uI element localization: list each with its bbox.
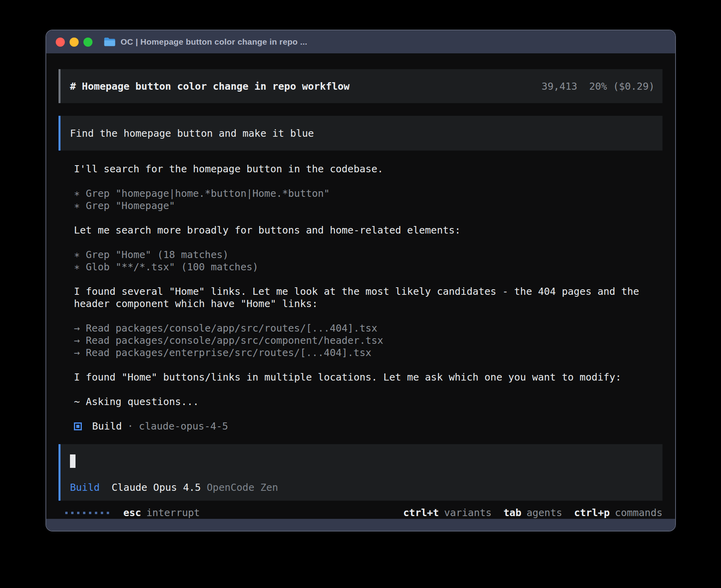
- window-title: OC | Homepage button color change in rep…: [121, 37, 307, 47]
- context-usage: 20% ($0.29): [589, 80, 655, 92]
- bottom-bar: [46, 519, 675, 531]
- shortcut-label: agents: [527, 507, 562, 519]
- read-call-line: → Read packages/console/app/src/routes/[…: [74, 322, 662, 334]
- read-call-text: Read packages/console/app/src/routes/[..…: [86, 322, 377, 334]
- user-message-text: Find the homepage button and make it blu…: [70, 127, 314, 139]
- tool-call-line: ∗ Glob "**/*.tsx" (100 matches): [74, 261, 662, 273]
- agent-name: Build: [92, 420, 122, 432]
- tool-call-text: Glob "**/*.tsx" (100 matches): [86, 261, 259, 273]
- text-cursor: [70, 454, 75, 468]
- input-model-label[interactable]: Claude Opus 4.5: [111, 481, 201, 494]
- token-count: 39,413: [542, 80, 577, 92]
- shortcut-label: commands: [615, 507, 662, 519]
- read-call-line: → Read packages/console/app/src/componen…: [74, 334, 662, 347]
- zoom-button[interactable]: [83, 38, 92, 47]
- folder-icon: [104, 37, 116, 47]
- input-agent-label[interactable]: Build: [70, 481, 100, 494]
- assistant-text: I found "Home" buttons/links in multiple…: [74, 371, 662, 383]
- close-button[interactable]: [56, 38, 65, 47]
- tool-call-text: Grep "homepage|home.*button|Home.*button…: [86, 187, 330, 200]
- arrow-icon: →: [74, 322, 80, 334]
- tool-call-group: ∗ Grep "homepage|home.*button|Home.*butt…: [74, 187, 662, 212]
- read-call-group: → Read packages/console/app/src/routes/[…: [74, 322, 662, 359]
- prompt-input[interactable]: Build Claude Opus 4.5 OpenCode Zen: [59, 444, 662, 501]
- assistant-text: I found several "Home" links. Let me loo…: [74, 285, 662, 310]
- terminal-window: OC | Homepage button color change in rep…: [45, 30, 676, 531]
- hint-variants: ctrl+t variants: [403, 507, 492, 519]
- tool-call-text: Grep "Homepage": [86, 200, 175, 212]
- input-footer: Build Claude Opus 4.5 OpenCode Zen: [70, 481, 653, 494]
- dot-separator: ·: [127, 420, 133, 432]
- hint-agents: tab agents: [504, 507, 562, 519]
- status-bar: esc interrupt ctrl+t variants tab agents…: [59, 507, 662, 519]
- traffic-lights: [56, 38, 92, 47]
- session-stats: 39,413 20% ($0.29): [542, 80, 655, 92]
- tool-call-group: ∗ Grep "Home" (18 matches) ∗ Glob "**/*.…: [74, 249, 662, 273]
- spinner-dots: [65, 512, 109, 514]
- session-title: # Homepage button color change in repo w…: [70, 80, 349, 92]
- agent-model: claude-opus-4-5: [139, 420, 228, 432]
- hint-interrupt: esc interrupt: [123, 507, 200, 519]
- tool-call-text: Grep "Home" (18 matches): [86, 249, 228, 261]
- shortcut-key: ctrl+p: [574, 507, 610, 519]
- tool-bullet-icon: ∗: [74, 187, 80, 200]
- agent-status-line: Build · claude-opus-4-5: [74, 420, 662, 432]
- arrow-icon: →: [74, 347, 80, 359]
- agent-checkbox-icon: [74, 422, 82, 430]
- read-call-text: Read packages/enterprise/src/routes/[...…: [86, 347, 371, 359]
- tool-bullet-icon: ∗: [74, 200, 80, 212]
- read-call-line: → Read packages/enterprise/src/routes/[.…: [74, 347, 662, 359]
- assistant-text: Let me search more broadly for buttons a…: [74, 224, 662, 236]
- shortcut-key: tab: [504, 507, 521, 519]
- tool-bullet-icon: ∗: [74, 249, 80, 261]
- shortcut-key: ctrl+t: [403, 507, 439, 519]
- tool-call-line: ∗ Grep "Homepage": [74, 200, 662, 212]
- hint-commands: ctrl+p commands: [574, 507, 662, 519]
- terminal-content: # Homepage button color change in repo w…: [46, 53, 675, 519]
- shortcut-label: variants: [444, 507, 491, 519]
- user-message: Find the homepage button and make it blu…: [59, 116, 662, 151]
- tool-call-line: ∗ Grep "homepage|home.*button|Home.*butt…: [74, 187, 662, 200]
- arrow-icon: →: [74, 334, 80, 347]
- assistant-text: I'll search for the homepage button in t…: [74, 163, 662, 175]
- asking-questions-status: ~ Asking questions...: [74, 396, 662, 408]
- window-titlebar[interactable]: OC | Homepage button color change in rep…: [46, 30, 675, 53]
- tool-call-line: ∗ Grep "Home" (18 matches): [74, 249, 662, 261]
- shortcut-key: esc: [123, 507, 141, 519]
- read-call-text: Read packages/console/app/src/component/…: [86, 334, 383, 347]
- shortcut-label: interrupt: [146, 507, 200, 519]
- session-header: # Homepage button color change in repo w…: [59, 69, 662, 103]
- minimize-button[interactable]: [70, 38, 79, 47]
- tool-bullet-icon: ∗: [74, 261, 80, 273]
- input-provider-label: OpenCode Zen: [207, 481, 278, 494]
